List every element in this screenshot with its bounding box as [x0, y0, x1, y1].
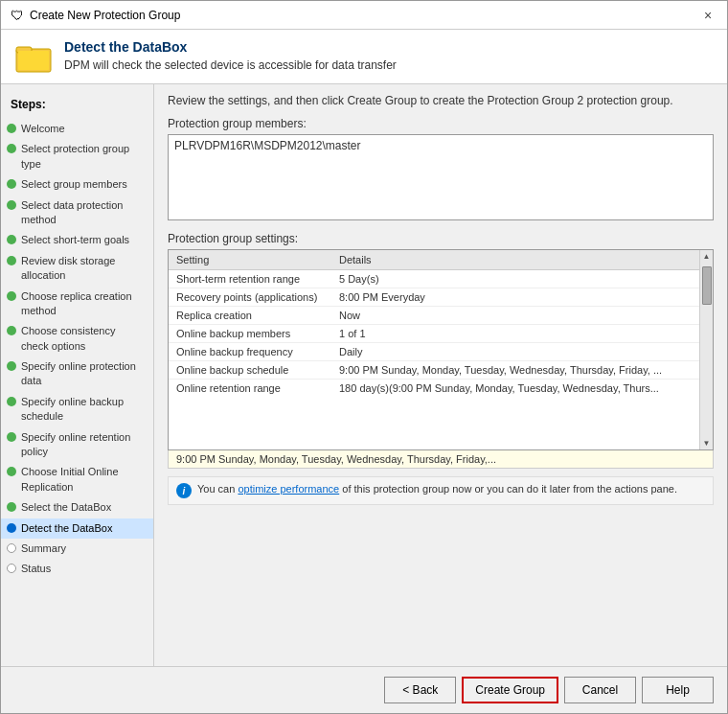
sidebar-label-online-retention: Specify online retention policy — [21, 430, 146, 460]
title-bar: 🛡 Create New Protection Group × — [1, 1, 727, 30]
setting-cell: Online backup members — [169, 325, 331, 343]
dot-data-protection — [7, 200, 16, 210]
dot-initial-online — [7, 467, 16, 476]
table-row: Online backup members1 of 1 — [169, 325, 699, 343]
sidebar-item-consistency[interactable]: Choose consistency check options — [1, 321, 153, 357]
scroll-thumb[interactable] — [702, 266, 712, 305]
settings-table-wrapper: Setting Details Short-term retention ran… — [168, 249, 714, 450]
sidebar-label-choose-replica: Choose replica creation method — [21, 289, 146, 319]
members-label: Protection group members: — [168, 117, 714, 130]
cancel-button[interactable]: Cancel — [564, 677, 636, 703]
header-section: Detect the DataBox DPM will check the se… — [1, 30, 727, 84]
col-setting: Setting — [169, 250, 331, 270]
setting-cell: Online backup schedule — [169, 361, 331, 380]
dialog-title: Create New Protection Group — [30, 9, 180, 22]
col-details: Details — [331, 250, 699, 270]
sidebar-item-choose-replica[interactable]: Choose replica creation method — [1, 287, 153, 322]
sidebar-item-status[interactable]: Status — [1, 559, 153, 579]
setting-cell: Recovery points (applications) — [169, 288, 331, 307]
sidebar-item-short-term[interactable]: Select short-term goals — [1, 230, 153, 250]
table-header-row: Setting Details — [169, 250, 699, 270]
scrollbar[interactable]: ▲ ▼ — [699, 250, 713, 449]
setting-cell: Online backup frequency — [169, 343, 331, 361]
sidebar-item-online-backup-schedule[interactable]: Specify online backup schedule — [1, 392, 153, 427]
optimize-text-before: You can — [197, 483, 238, 495]
setting-cell: Online retention range — [169, 380, 331, 398]
sidebar-item-review-disk[interactable]: Review disk storage allocation — [1, 251, 153, 287]
main-panel: Review the settings, and then click Crea… — [154, 84, 727, 666]
optimize-notice: i You can optimize performance of this p… — [168, 476, 714, 505]
footer: < Back Create Group Cancel Help — [1, 666, 727, 713]
sidebar-item-online-retention[interactable]: Specify online retention policy — [1, 427, 153, 463]
dot-online-retention — [7, 432, 16, 442]
sidebar-label-status: Status — [21, 562, 51, 576]
setting-cell: Short-term retention range — [169, 270, 331, 288]
sidebar-label-initial-online: Choose Initial Online Replication — [21, 465, 146, 495]
table-row: Online retention range180 day(s)(9:00 PM… — [169, 380, 699, 398]
settings-label: Protection group settings: — [168, 232, 714, 245]
dot-consistency — [7, 326, 16, 335]
dot-select-protection — [7, 144, 16, 153]
dot-select-databox — [7, 502, 16, 512]
sidebar-item-select-databox[interactable]: Select the DataBox — [1, 497, 153, 518]
members-value: PLRVDPM16R\MSDPM2012\master — [174, 139, 361, 152]
setting-cell: Replica creation — [169, 307, 331, 325]
header-folder-icon — [14, 39, 53, 74]
svg-rect-2 — [18, 51, 49, 70]
sidebar: Steps: Welcome Select protection group t… — [1, 84, 154, 666]
scroll-down-arrow[interactable]: ▼ — [701, 437, 713, 449]
sidebar-label-online-protection: Specify online protection data — [21, 359, 146, 389]
intro-text: Review the settings, and then click Crea… — [168, 94, 714, 107]
table-row: Recovery points (applications)8:00 PM Ev… — [169, 288, 699, 307]
table-row: Online backup frequencyDaily — [169, 343, 699, 361]
dot-summary — [7, 543, 16, 553]
sidebar-item-select-data-protection[interactable]: Select data protection method — [1, 196, 153, 231]
sidebar-label-short-term: Select short-term goals — [21, 233, 129, 247]
details-cell: 5 Day(s) — [331, 270, 699, 288]
table-row: Replica creationNow — [169, 307, 699, 325]
sidebar-label-data-protection: Select data protection method — [21, 198, 146, 228]
dot-status — [7, 564, 16, 573]
dot-review-disk — [7, 256, 16, 265]
scroll-up-arrow[interactable]: ▲ — [701, 250, 713, 263]
details-cell: 9:00 PM Sunday, Monday, Tuesday, Wednesd… — [331, 361, 699, 380]
details-cell: 1 of 1 — [331, 325, 699, 343]
sidebar-label-summary: Summary — [21, 541, 66, 556]
tooltip-row: 9:00 PM Sunday, Monday, Tuesday, Wednesd… — [168, 450, 714, 469]
dot-welcome — [7, 124, 16, 133]
sidebar-header: Steps: — [1, 94, 153, 119]
help-button[interactable]: Help — [642, 677, 714, 703]
table-scroll[interactable]: Setting Details Short-term retention ran… — [169, 250, 713, 428]
sidebar-label-select-databox: Select the DataBox — [21, 500, 111, 515]
dot-online-backup-schedule — [7, 397, 16, 406]
sidebar-item-initial-online[interactable]: Choose Initial Online Replication — [1, 462, 153, 497]
sidebar-item-select-group-members[interactable]: Select group members — [1, 174, 153, 195]
content-area: Steps: Welcome Select protection group t… — [1, 84, 727, 666]
sidebar-item-detect-databox[interactable]: Detect the DataBox — [1, 518, 153, 539]
sidebar-item-online-protection[interactable]: Specify online protection data — [1, 357, 153, 392]
table-row: Short-term retention range5 Day(s) — [169, 270, 699, 288]
sidebar-label-online-backup-schedule: Specify online backup schedule — [21, 395, 146, 425]
close-button[interactable]: × — [698, 6, 717, 25]
dialog-icon: 🛡 — [11, 8, 24, 23]
sidebar-item-summary[interactable]: Summary — [1, 539, 153, 559]
sidebar-item-select-protection-group-type[interactable]: Select protection group type — [1, 139, 153, 174]
dot-group-members — [7, 179, 16, 189]
members-box: PLRVDPM16R\MSDPM2012\master — [168, 134, 714, 220]
info-icon: i — [176, 483, 192, 498]
settings-table: Setting Details Short-term retention ran… — [169, 250, 699, 397]
sidebar-label-consistency: Choose consistency check options — [21, 324, 146, 354]
sidebar-label-welcome: Welcome — [21, 122, 65, 136]
dot-short-term — [7, 235, 16, 244]
sidebar-item-welcome[interactable]: Welcome — [1, 119, 153, 139]
optimize-link[interactable]: optimize performance — [238, 483, 339, 495]
dot-choose-replica — [7, 291, 16, 301]
details-cell: Daily — [331, 343, 699, 361]
create-group-button[interactable]: Create Group — [462, 677, 558, 703]
header-title: Detect the DataBox — [64, 39, 397, 55]
tooltip-text: 9:00 PM Sunday, Monday, Tuesday, Wednesd… — [176, 453, 496, 465]
back-button[interactable]: < Back — [384, 677, 456, 703]
details-cell: 8:00 PM Everyday — [331, 288, 699, 307]
optimize-text-after: of this protection group now or you can … — [339, 483, 677, 495]
details-cell: Now — [331, 307, 699, 325]
